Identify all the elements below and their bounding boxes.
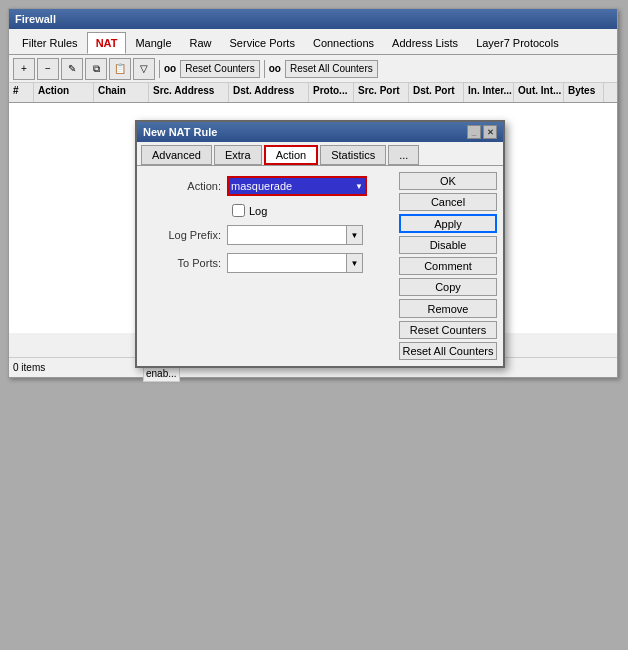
action-select[interactable]: masquerade ▼ <box>227 176 367 196</box>
col-proto: Proto... <box>309 83 354 102</box>
log-prefix-input[interactable] <box>227 225 347 245</box>
col-dst-addr: Dst. Address <box>229 83 309 102</box>
cancel-button[interactable]: Cancel <box>399 193 497 211</box>
column-headers: # Action Chain Src. Address Dst. Address… <box>9 83 617 103</box>
to-ports-arrow[interactable]: ▼ <box>347 253 363 273</box>
oo-label-2: oo <box>269 63 281 74</box>
col-out-iface: Out. Int... <box>514 83 564 102</box>
dialog-form: Action: masquerade ▼ Log Log Prefix: ▼ <box>137 166 393 366</box>
to-ports-input[interactable] <box>227 253 347 273</box>
reset-counters-dialog-button[interactable]: Reset Counters <box>399 321 497 339</box>
minimize-button[interactable]: _ <box>467 125 481 139</box>
main-tabs: Filter Rules NAT Mangle Raw Service Port… <box>9 29 617 55</box>
log-prefix-label: Log Prefix: <box>147 229 227 241</box>
select-arrow-icon: ▼ <box>355 182 363 191</box>
to-ports-input-wrapper: ▼ <box>227 253 363 273</box>
window-title: Firewall <box>15 13 56 25</box>
filter-button[interactable]: ▽ <box>133 58 155 80</box>
tab-connections[interactable]: Connections <box>304 32 383 54</box>
col-bytes: Bytes <box>564 83 604 102</box>
tab-service-ports[interactable]: Service Ports <box>221 32 304 54</box>
log-checkbox[interactable] <box>232 204 245 217</box>
separator-2 <box>264 60 265 78</box>
tab-raw[interactable]: Raw <box>181 32 221 54</box>
log-prefix-input-wrapper: ▼ <box>227 225 363 245</box>
col-src-addr: Src. Address <box>149 83 229 102</box>
oo-label-1: oo <box>164 63 176 74</box>
tab-nat[interactable]: NAT <box>87 32 127 54</box>
tab-filter-rules[interactable]: Filter Rules <box>13 32 87 54</box>
copy-toolbar-button[interactable]: ⧉ <box>85 58 107 80</box>
col-src-port: Src. Port <box>354 83 409 102</box>
comment-button[interactable]: Comment <box>399 257 497 275</box>
copy-button[interactable]: Copy <box>399 278 497 296</box>
action-label: Action: <box>147 180 227 192</box>
dialog-title-bar: New NAT Rule _ ✕ <box>137 122 503 142</box>
window-title-bar: Firewall <box>9 9 617 29</box>
tab-more[interactable]: ... <box>388 145 419 165</box>
item-count: 0 items <box>13 362 45 373</box>
tab-action[interactable]: Action <box>264 145 319 165</box>
dialog-title-buttons: _ ✕ <box>467 125 497 139</box>
remove-button-dialog[interactable]: Remove <box>399 299 497 317</box>
log-label: Log <box>249 205 267 217</box>
to-ports-label: To Ports: <box>147 257 227 269</box>
reset-all-counters-dialog-button[interactable]: Reset All Counters <box>399 342 497 360</box>
remove-button[interactable]: − <box>37 58 59 80</box>
log-row: Log <box>147 204 383 217</box>
add-button[interactable]: + <box>13 58 35 80</box>
tab-address-lists[interactable]: Address Lists <box>383 32 467 54</box>
tab-extra[interactable]: Extra <box>214 145 262 165</box>
dialog-title-text: New NAT Rule <box>143 126 217 138</box>
log-prefix-row: Log Prefix: ▼ <box>147 225 383 245</box>
col-dst-port: Dst. Port <box>409 83 464 102</box>
action-value: masquerade <box>231 180 292 192</box>
dialog-content: Action: masquerade ▼ Log Log Prefix: ▼ <box>137 166 503 366</box>
tab-advanced[interactable]: Advanced <box>141 145 212 165</box>
tab-statistics[interactable]: Statistics <box>320 145 386 165</box>
edit-button[interactable]: ✎ <box>61 58 83 80</box>
col-hash: # <box>9 83 34 102</box>
apply-button[interactable]: Apply <box>399 214 497 233</box>
to-ports-row: To Ports: ▼ <box>147 253 383 273</box>
nat-rule-dialog: New NAT Rule _ ✕ Advanced Extra Action S… <box>135 120 505 368</box>
action-row: Action: masquerade ▼ <box>147 176 383 196</box>
col-in-iface: In. Inter... <box>464 83 514 102</box>
col-action: Action <box>34 83 94 102</box>
main-toolbar: + − ✎ ⧉ 📋 ▽ oo Reset Counters oo Reset A… <box>9 55 617 83</box>
tab-layer7[interactable]: Layer7 Protocols <box>467 32 568 54</box>
log-prefix-arrow[interactable]: ▼ <box>347 225 363 245</box>
paste-button[interactable]: 📋 <box>109 58 131 80</box>
separator-1 <box>159 60 160 78</box>
ok-button[interactable]: OK <box>399 172 497 190</box>
col-chain: Chain <box>94 83 149 102</box>
reset-counters-button[interactable]: Reset Counters <box>180 60 259 78</box>
reset-all-counters-button[interactable]: Reset All Counters <box>285 60 378 78</box>
close-button[interactable]: ✕ <box>483 125 497 139</box>
dialog-tabs: Advanced Extra Action Statistics ... <box>137 142 503 166</box>
tab-mangle[interactable]: Mangle <box>126 32 180 54</box>
disable-button[interactable]: Disable <box>399 236 497 254</box>
dialog-action-buttons: OK Cancel Apply Disable Comment Copy Rem… <box>393 166 503 366</box>
